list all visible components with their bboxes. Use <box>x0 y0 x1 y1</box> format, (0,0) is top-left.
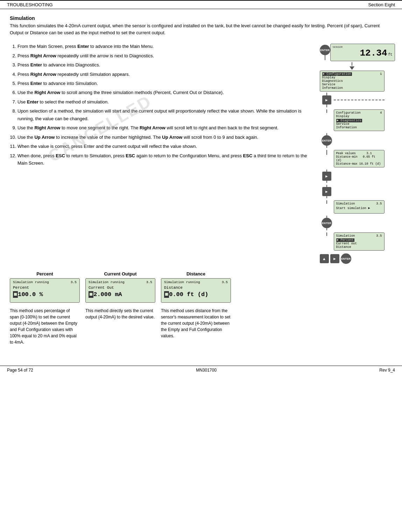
lcd-menu1-display: Display <box>322 76 382 79</box>
steps-list: From the Main Screen, press Enter to adv… <box>17 43 308 167</box>
step-7: Use Enter to select the method of simula… <box>17 98 308 106</box>
percent-description: This method uses percentage of span (0-1… <box>10 308 80 345</box>
enter-button-1[interactable]: ENTER <box>320 45 330 55</box>
lcd-simsub-percent: ► Percent <box>336 238 355 242</box>
lcd-main-value: 12.34 <box>360 49 387 58</box>
current-lcd-title: Simulation running <box>89 280 125 284</box>
step-3: Press Enter to advance into Diagnostics. <box>17 61 308 69</box>
current-lcd-value: 3.5 <box>146 280 152 284</box>
step-9: Use the Right Arrow to move one segment … <box>17 124 308 131</box>
nav-btn-up[interactable]: ▲ <box>320 254 329 263</box>
current-lcd: Simulation running 3.5 Current Out ■2.00… <box>85 278 155 303</box>
lcd-menu1-svc: Service <box>322 83 382 86</box>
lcd-menu2-info: Information <box>336 126 382 129</box>
distance-lcd-title: Simulation running <box>164 280 200 284</box>
page-header: TROUBLESHOOTING Section Eight <box>0 0 402 9</box>
current-lcd-subtype: Current Out <box>89 286 152 290</box>
percent-lcd-subtype: Percent <box>13 286 77 290</box>
distance-lcd-display: ■0.00 ft (d) <box>164 291 228 298</box>
lcd-sim-val: 3.5 <box>376 202 382 206</box>
current-cursor: ■ <box>89 291 93 298</box>
lcd-menu2-diag: ► Diagnostics <box>336 119 362 122</box>
diagram-column: ENTER SENSOR 12.34 ft <box>312 43 392 265</box>
percent-lcd-title: Simulation running <box>13 280 49 284</box>
percent-lcd-display: ■100.0 % <box>13 291 77 298</box>
lcd-diag-distmin: Distance-min 0.65 ft (d) <box>336 155 382 162</box>
nav-btn-right-3[interactable]: ► <box>322 187 331 196</box>
lcd-simsub-dist: Distance <box>336 245 382 249</box>
enter-button-2[interactable]: ENTER <box>322 135 332 146</box>
percent-panel-group: Percent Simulation running 3.5 Percent ■… <box>10 271 80 303</box>
distance-panel-group: Distance Simulation running 3.5 Distance… <box>161 271 231 303</box>
sim-panels-row: Percent Simulation running 3.5 Percent ■… <box>10 271 392 303</box>
steps-column: From the Main Screen, press Enter to adv… <box>10 43 312 265</box>
lcd-menu2: Configuration 4 Display ► Diagnostics Se… <box>334 109 385 131</box>
lcd-simsub-current: Current out <box>336 242 382 245</box>
header-left: TROUBLESHOOTING <box>7 2 53 7</box>
lcd-menu1-diag: Diagnostics <box>322 79 382 83</box>
step-8: Upon selection of a method, the simulati… <box>17 107 308 122</box>
lcd-sim-sub: Simulation 3.5 ► Percent Current out Dis… <box>334 232 385 251</box>
lcd-main-unit: ft <box>388 53 392 57</box>
lcd-simsub-label: Simulation <box>336 234 355 238</box>
enter-button-3[interactable]: ENTER <box>322 218 332 228</box>
step-4: Press Right Arrow repeatedly until Simul… <box>17 71 308 78</box>
enter-button-4[interactable]: ENTER <box>341 253 351 264</box>
percent-label: Percent <box>36 271 53 276</box>
distance-lcd: Simulation running 3.5 Distance ■0.00 ft… <box>161 278 231 303</box>
step-10: Use the Up Arrow to increase the value o… <box>17 134 308 141</box>
step-12: When done, press ESC to return to Simula… <box>17 152 308 167</box>
distance-description: This method uses distance from the senso… <box>161 308 231 345</box>
nav-btn-right-4[interactable]: ► <box>330 254 339 263</box>
step-2: Press Right Arrow repeatedly until the a… <box>17 52 308 59</box>
lcd-main-sensor: SENSOR 12.34 ft <box>330 44 395 61</box>
nav-btn-right-2[interactable]: ► <box>322 172 331 181</box>
descriptions-row: This method uses percentage of span (0-1… <box>10 308 392 345</box>
lcd-menu1-selected: ► Configuration <box>322 72 352 76</box>
distance-lcd-subtype: Distance <box>164 286 228 290</box>
lcd-menu2-display: Display <box>336 115 382 118</box>
lcd-diag-peak: Peak values 3.1 <box>336 152 382 155</box>
step-1: From the Main Screen, press Enter to adv… <box>17 43 308 50</box>
step-6: Use the Right Arrow to scroll among the … <box>17 89 308 96</box>
lcd-sim-menu: Simulation 3.5 Start simulation ► <box>334 200 385 214</box>
page-footer: Page 54 of 72 MN301700 Rev 9_4 <box>0 366 402 374</box>
current-label: Current Output <box>104 271 136 276</box>
lcd-menu1: ► Configuration 1 Display Diagnostics Se… <box>320 71 385 92</box>
section-title: Simulation <box>10 15 392 21</box>
lcd-menu2-svc: Service <box>336 122 382 126</box>
distance-lcd-value: 3.5 <box>222 280 228 284</box>
header-right: Section Eight <box>368 2 395 7</box>
step-11: When the value is correct, press Enter a… <box>17 143 308 150</box>
lcd-simsub-val: 3.5 <box>376 234 382 238</box>
step-5: Press Enter to advance into Simulation. <box>17 80 308 87</box>
lcd-sim-label: Simulation <box>336 202 355 206</box>
nav-btn-right-1[interactable]: ► <box>322 95 331 105</box>
percent-cursor: ■ <box>13 291 18 298</box>
lcd-menu1-info: Information <box>322 86 382 90</box>
percent-lcd-value: 3.5 <box>71 280 77 284</box>
lcd-menu1-number: 1 <box>380 72 382 76</box>
percent-lcd: Simulation running 3.5 Percent ■100.0 % <box>10 278 80 303</box>
footer-right: Rev 9_4 <box>379 368 395 373</box>
lcd-menu2-config: Configuration <box>336 111 361 115</box>
footer-left: Page 54 of 72 <box>7 368 33 373</box>
current-description: This method directly sets the current ou… <box>85 308 155 345</box>
lcd-diag: Peak values 3.1 Distance-min 0.65 ft (d)… <box>334 150 385 167</box>
current-panel-group: Current Output Simulation running 3.5 Cu… <box>85 271 155 303</box>
lcd-diag-distmax: Distance-max 16.10 ft (d) <box>336 162 382 166</box>
lcd-sim-start: Start simulation ► <box>336 207 382 210</box>
lcd-menu2-number: 4 <box>380 111 382 115</box>
intro-text: This function simulates the 4-20mA curre… <box>10 22 392 36</box>
distance-label: Distance <box>186 271 205 276</box>
distance-cursor: ■ <box>164 291 169 298</box>
footer-center: MN301700 <box>196 368 217 373</box>
current-lcd-display: ■2.000 mA <box>89 291 152 298</box>
